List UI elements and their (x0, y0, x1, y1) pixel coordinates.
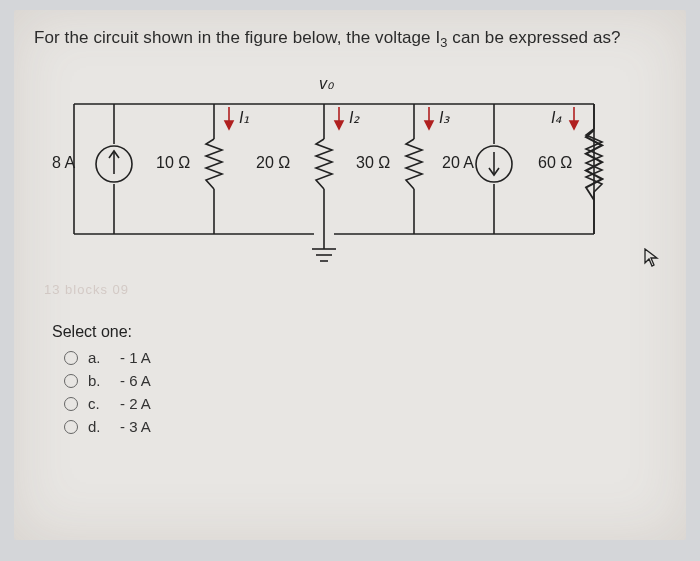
option-text: - 2 A (120, 395, 151, 412)
option-d[interactable]: d. - 3 A (64, 418, 666, 435)
label-i1: I₁ (239, 108, 249, 127)
label-i3: I₃ (439, 108, 449, 127)
options-group: a. - 1 A b. - 6 A c. - 2 A d. - 3 A (64, 349, 666, 435)
radio-icon (64, 351, 78, 365)
label-i2: I₂ (349, 108, 359, 127)
option-b[interactable]: b. - 6 A (64, 372, 666, 389)
option-text: - 6 A (120, 372, 151, 389)
circuit-figure: v₀ I₁ I₂ I₃ I₄ 8 A 10 Ω 20 Ω 30 Ω 20 A 6… (44, 74, 604, 264)
svg-marker-27 (335, 121, 343, 129)
option-letter: c. (88, 395, 110, 412)
question-text: For the circuit shown in the figure belo… (34, 28, 666, 50)
question-card: For the circuit shown in the figure belo… (14, 10, 686, 540)
option-c[interactable]: c. - 2 A (64, 395, 666, 412)
label-r3: 30 Ω (356, 154, 390, 172)
option-letter: b. (88, 372, 110, 389)
watermark-text: 13 blocks 09 (44, 282, 666, 297)
cursor-icon (644, 248, 660, 273)
select-one-label: Select one: (52, 323, 666, 341)
label-r1: 10 Ω (156, 154, 190, 172)
option-letter: d. (88, 418, 110, 435)
radio-icon (64, 397, 78, 411)
label-r2: 20 Ω (256, 154, 290, 172)
question-prefix: For the circuit shown in the figure belo… (34, 28, 440, 47)
label-src1: 8 A (52, 154, 75, 172)
svg-marker-25 (225, 121, 233, 129)
label-src2: 20 A (442, 154, 474, 172)
svg-marker-29 (425, 121, 433, 129)
option-text: - 3 A (120, 418, 151, 435)
svg-marker-31 (570, 121, 578, 129)
label-v0: v₀ (319, 74, 333, 93)
label-i4: I₄ (551, 108, 561, 127)
label-r4: 60 Ω (538, 154, 572, 172)
radio-icon (64, 420, 78, 434)
radio-icon (64, 374, 78, 388)
option-letter: a. (88, 349, 110, 366)
option-text: - 1 A (120, 349, 151, 366)
question-suffix: can be expressed as? (447, 28, 620, 47)
circuit-svg (44, 74, 604, 264)
option-a[interactable]: a. - 1 A (64, 349, 666, 366)
